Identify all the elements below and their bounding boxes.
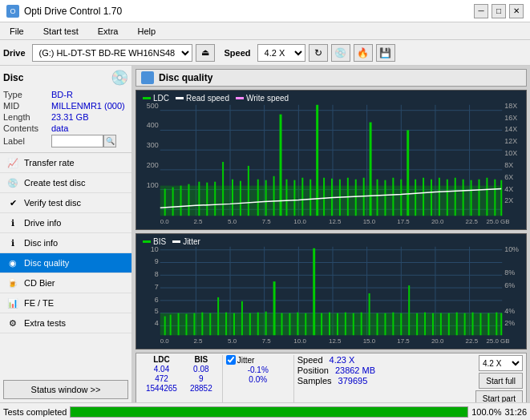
ldc-max: 472 [140, 374, 184, 383]
svg-rect-158 [496, 313, 497, 336]
svg-rect-122 [209, 313, 211, 336]
burn-button[interactable]: 🔥 [354, 44, 373, 62]
svg-text:0.0: 0.0 [160, 218, 170, 225]
svg-text:18X: 18X [504, 102, 517, 110]
drive-info-icon: ℹ [6, 216, 19, 229]
disc-button[interactable]: 💿 [331, 44, 350, 62]
svg-text:12.5: 12.5 [329, 337, 342, 345]
svg-rect-68 [370, 123, 372, 216]
disc-label-row: Label 🔍 [3, 135, 128, 147]
svg-rect-152 [448, 313, 450, 336]
svg-text:4%: 4% [504, 307, 515, 315]
eject-button[interactable]: ⏏ [196, 44, 215, 62]
svg-rect-153 [456, 313, 458, 336]
disc-quality-label: Disc quality [24, 258, 69, 268]
svg-rect-54 [265, 180, 267, 216]
sidebar-item-disc-quality[interactable]: ◉ Disc quality [0, 253, 131, 273]
ldc-header: LDC [140, 355, 184, 364]
svg-rect-72 [400, 180, 402, 216]
drive-select[interactable]: (G:) HL-DT-ST BD-RE WH16NS48 1.D3 [32, 44, 192, 62]
sidebar-item-cd-bier[interactable]: 🍺 CD Bier [0, 273, 131, 293]
svg-rect-141 [361, 313, 362, 336]
disc-mid-value: MILLENMR1 (000) [51, 101, 125, 111]
svg-rect-77 [439, 178, 440, 216]
menu-extra[interactable]: Extra [91, 25, 125, 38]
speed-select-small[interactable]: 4.2 X [479, 355, 523, 371]
sidebar-item-drive-info[interactable]: ℹ Drive info [0, 213, 131, 233]
bottom-chart: BIS Jitter [136, 233, 527, 349]
svg-text:7: 7 [155, 283, 159, 291]
svg-rect-82 [478, 180, 479, 216]
svg-rect-52 [248, 166, 249, 216]
svg-rect-66 [355, 180, 357, 216]
svg-rect-74 [415, 180, 416, 216]
content-title: Disc quality [159, 72, 212, 83]
svg-text:0.0: 0.0 [160, 337, 170, 345]
sidebar-item-disc-info[interactable]: ℹ Disc info [0, 233, 131, 253]
refresh-button[interactable]: ↻ [309, 44, 328, 62]
menu-start-test[interactable]: Start test [37, 25, 85, 38]
sidebar-item-fe-te[interactable]: 📊 FE / TE [0, 293, 131, 313]
svg-rect-148 [416, 313, 418, 336]
content-area: Disc quality LDC Read speed Write speed [132, 66, 530, 402]
svg-rect-131 [281, 313, 283, 336]
minimize-button[interactable]: ─ [474, 4, 488, 18]
svg-text:10%: 10% [504, 245, 519, 253]
svg-rect-73 [407, 130, 409, 216]
svg-rect-42 [164, 189, 166, 216]
close-button[interactable]: ✕ [509, 4, 524, 18]
svg-text:2.5: 2.5 [193, 337, 203, 345]
svg-rect-123 [217, 297, 219, 335]
speed-select[interactable]: 4.2 X [257, 44, 305, 62]
jitter-legend-label: Jitter [183, 237, 200, 246]
sidebar-nav: 📈 Transfer rate 💿 Create test disc ✔ Ver… [0, 153, 131, 402]
svg-text:400: 400 [147, 121, 159, 129]
svg-rect-48 [214, 182, 216, 216]
progress-bar-fill [71, 407, 467, 417]
disc-label-input[interactable] [51, 135, 103, 147]
samples-row: Samples 379695 [297, 376, 378, 386]
svg-text:4X: 4X [504, 185, 513, 193]
sidebar-item-verify-test-disc[interactable]: ✔ Verify test disc [0, 193, 131, 213]
write-speed-legend-dot [236, 97, 244, 99]
maximize-button[interactable]: □ [492, 4, 506, 18]
sidebar-item-create-test-disc[interactable]: 💿 Create test disc [0, 173, 131, 193]
create-test-disc-icon: 💿 [6, 176, 19, 189]
jitter-checkbox[interactable] [226, 355, 236, 365]
svg-text:6X: 6X [504, 173, 513, 181]
jitter-max: 0.0% [226, 375, 290, 384]
svg-text:6%: 6% [504, 281, 515, 289]
content-header: Disc quality [136, 69, 527, 87]
svg-rect-53 [257, 180, 259, 216]
position-value: 23862 MB [335, 365, 375, 375]
drive-info-label: Drive info [24, 218, 61, 228]
start-part-button[interactable]: Start part [475, 390, 523, 402]
svg-text:8: 8 [155, 270, 159, 278]
jitter-label: Jitter [237, 356, 255, 365]
menu-help[interactable]: Help [131, 25, 162, 38]
svg-rect-57 [285, 180, 287, 216]
svg-rect-140 [353, 313, 354, 336]
sidebar-item-extra-tests[interactable]: ⚙ Extra tests [0, 313, 131, 333]
bis-header: BIS [184, 355, 219, 364]
svg-rect-116 [164, 317, 166, 336]
legend-write-speed: Write speed [236, 94, 289, 103]
right-controls: 4.2 X Start full Start part [475, 355, 523, 402]
status-window-button[interactable]: Status window >> [3, 380, 128, 399]
sidebar-item-transfer-rate[interactable]: 📈 Transfer rate [0, 153, 131, 173]
drive-label: Drive [3, 48, 26, 58]
svg-text:8%: 8% [504, 269, 515, 277]
svg-text:10.0: 10.0 [293, 218, 306, 225]
speed-select-row: 4.2 X [479, 355, 523, 371]
menu-file[interactable]: File [3, 25, 30, 38]
fe-te-icon: 📊 [6, 297, 19, 309]
svg-text:15.0: 15.0 [363, 337, 376, 345]
svg-text:25.0 GB: 25.0 GB [486, 337, 509, 345]
svg-rect-147 [408, 285, 410, 335]
start-full-button[interactable]: Start full [479, 373, 523, 389]
svg-rect-67 [363, 178, 365, 216]
disc-label-browse-button[interactable]: 🔍 [103, 135, 116, 147]
save-button[interactable]: 💾 [376, 44, 395, 62]
svg-rect-75 [423, 178, 424, 216]
transfer-rate-label: Transfer rate [24, 158, 75, 168]
